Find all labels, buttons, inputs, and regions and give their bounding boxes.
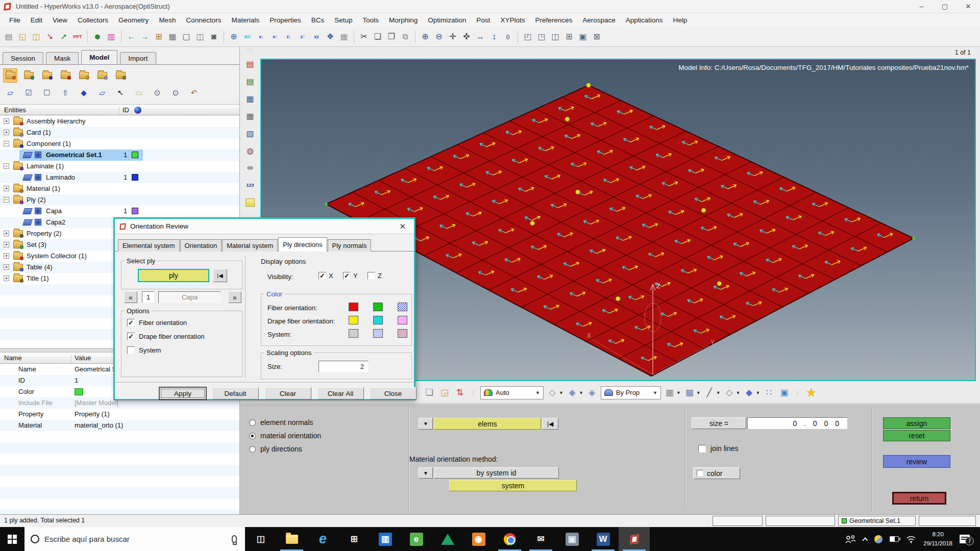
display-panel-icon[interactable]: ▱: [3, 86, 17, 100]
openvpn-icon[interactable]: ◉: [463, 527, 494, 551]
tree-row-geometrical-set-1[interactable]: Geometrical Set.11: [0, 149, 239, 161]
remote-desktop-icon[interactable]: ▥: [370, 527, 401, 551]
forward-icon[interactable]: →: [138, 30, 152, 43]
default-button[interactable]: Default: [212, 387, 259, 399]
tree-color-swatch[interactable]: [132, 152, 138, 158]
people-icon[interactable]: [845, 535, 856, 543]
sheet-ribbon-icon[interactable]: ▤: [243, 56, 257, 71]
menu-item-bcs[interactable]: BCs: [306, 15, 330, 26]
grid-snap-icon[interactable]: ▦: [337, 30, 351, 43]
option-drape-fiber-orientation[interactable]: ✓Drape fiber orientation: [127, 333, 205, 340]
tab-import[interactable]: Import: [120, 52, 156, 64]
checkbox-icon[interactable]: ✓: [127, 319, 135, 327]
elems-selector-button[interactable]: elems: [434, 418, 541, 430]
chevron-down-icon[interactable]: ▼: [559, 390, 564, 395]
window-max-icon[interactable]: ▣: [576, 30, 590, 43]
return-button[interactable]: return: [892, 492, 946, 505]
menu-item-setup[interactable]: Setup: [329, 15, 357, 26]
renumber-icon[interactable]: ⇅: [453, 386, 467, 399]
close-button[interactable]: Close: [370, 387, 416, 399]
chevron-down-icon[interactable]: ▼: [736, 390, 741, 395]
window-stack-icon[interactable]: ◫: [549, 30, 562, 43]
google-drive-icon[interactable]: [432, 527, 463, 551]
radio-ply-directions[interactable]: ply directions: [249, 445, 302, 453]
tree-row-component-1[interactable]: −Component (1): [0, 138, 239, 149]
menu-item-geometry[interactable]: Geometry: [113, 15, 154, 26]
drag-handle-dots[interactable]: ········: [246, 48, 254, 53]
property-color-swatch[interactable]: [75, 388, 83, 395]
color-by-combo[interactable]: By Prop ▼: [601, 386, 661, 399]
tab-mask[interactable]: Mask: [46, 52, 79, 64]
hyperworks-icon[interactable]: [619, 527, 650, 551]
size-input-field[interactable]: 2: [318, 361, 369, 372]
photos-icon[interactable]: ▣: [556, 527, 587, 551]
option-fiber-orientation[interactable]: ✓Fiber orientation: [127, 319, 187, 327]
file-explorer-icon[interactable]: [276, 527, 307, 551]
assign-button[interactable]: assign: [883, 417, 950, 429]
save-model-icon[interactable]: ◫: [30, 30, 43, 43]
edge-icon[interactable]: e: [307, 527, 338, 551]
join-lines-option[interactable]: join lines: [698, 444, 738, 453]
reset-selection-button[interactable]: |◀: [542, 418, 558, 430]
sheet-check-icon[interactable]: ▤: [243, 73, 257, 89]
review-button[interactable]: review: [883, 455, 950, 468]
unchecked-tree-icon[interactable]: ☐: [40, 86, 54, 100]
tree-row-assembly-hierarchy[interactable]: +Assembly Hierarchy: [0, 116, 239, 127]
expand-plus-icon[interactable]: +: [4, 253, 9, 259]
monitor-icon[interactable]: ▣: [777, 386, 791, 399]
eye-levels-icon[interactable]: ⊙: [168, 86, 183, 100]
menu-item-materials[interactable]: Materials: [226, 15, 264, 26]
start-button[interactable]: [0, 527, 24, 551]
color-swatch[interactable]: [373, 303, 383, 311]
cut-icon[interactable]: ✂: [357, 30, 371, 43]
clear-all-button[interactable]: Clear All: [317, 387, 364, 399]
axis-xyz-icon[interactable]: xz: [310, 30, 323, 43]
tree-row-material-1[interactable]: +Material (1): [0, 183, 239, 194]
join-lines-checkbox[interactable]: [698, 445, 706, 453]
menu-item-xyplots[interactable]: XYPlots: [495, 15, 530, 26]
back-icon[interactable]: ←: [125, 30, 138, 43]
checkbox-icon[interactable]: [368, 272, 375, 280]
menu-item-connectors[interactable]: Connectors: [181, 15, 226, 26]
ply-index-field[interactable]: 1: [142, 291, 155, 303]
stack-folder-icon[interactable]: [113, 68, 128, 83]
battery-icon[interactable]: [890, 536, 899, 542]
chevron-down-icon[interactable]: ▼: [756, 390, 761, 395]
store-icon[interactable]: ⊞: [338, 527, 370, 551]
paste-special-icon[interactable]: ⧉: [399, 30, 412, 43]
expand-plus-icon[interactable]: +: [4, 130, 9, 135]
size-toggle-button[interactable]: size =: [692, 417, 746, 429]
previous-view-icon[interactable]: ⇐: [241, 30, 254, 43]
chart-sheet-icon[interactable]: ▧: [243, 126, 257, 141]
menu-item-help[interactable]: Help: [668, 15, 693, 26]
wireframe-cube-icon[interactable]: ▦: [663, 386, 676, 399]
window-grid-icon[interactable]: ⊞: [562, 30, 576, 43]
visibility-axis-y[interactable]: ✓Y: [343, 272, 358, 280]
collapse-minus-icon[interactable]: −: [4, 141, 9, 146]
split-window-icon[interactable]: ◫: [193, 30, 207, 43]
chevron-down-icon[interactable]: ▼: [676, 390, 681, 395]
export-icon[interactable]: ➚: [57, 30, 70, 43]
paste-icon[interactable]: ❒: [385, 30, 398, 43]
window-close-icon[interactable]: ⊠: [590, 30, 603, 43]
taskbar-search-box[interactable]: Escribe aquí para buscar: [24, 527, 245, 551]
center-view-icon[interactable]: ✛: [446, 30, 459, 43]
arrows-vertical-icon[interactable]: ↕: [487, 30, 501, 43]
menu-item-properties[interactable]: Properties: [264, 15, 306, 26]
axis-x-down-icon[interactable]: x↓: [255, 30, 268, 43]
binoculars-icon[interactable]: ∞: [243, 160, 257, 176]
maximize-button[interactable]: ▢: [933, 0, 957, 13]
magnify-minus-icon[interactable]: ⊖: [432, 30, 446, 43]
expand-plus-icon[interactable]: +: [4, 264, 9, 270]
geometry-cube-icon[interactable]: ◆: [77, 86, 91, 100]
solid-cube-icon[interactable]: ◈: [585, 386, 599, 399]
menu-item-morphing[interactable]: Morphing: [384, 15, 423, 26]
dialog-tab-material-system[interactable]: Material system: [222, 239, 278, 252]
open-model-icon[interactable]: ◱: [16, 30, 29, 43]
clear-button[interactable]: Clear: [264, 387, 311, 399]
task-view-icon[interactable]: ◫: [245, 527, 276, 551]
user-profile-icon[interactable]: ☻: [91, 30, 104, 43]
color-swatch[interactable]: [398, 329, 407, 338]
ply-selector-button[interactable]: ply: [138, 269, 209, 282]
chevron-down-icon[interactable]: ▼: [535, 390, 540, 395]
